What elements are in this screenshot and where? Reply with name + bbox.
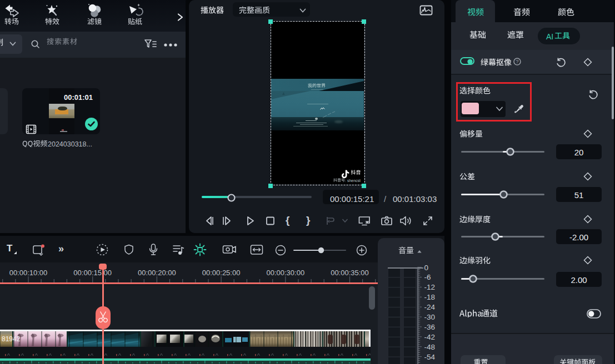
svg-text:?: ? xyxy=(516,58,518,64)
